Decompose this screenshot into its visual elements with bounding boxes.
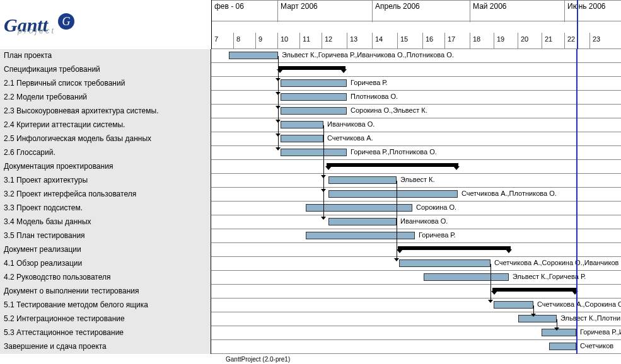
summary-bar[interactable] [327, 163, 458, 167]
task-row: 2.5 Инфологическая модель базы данныхСче… [0, 132, 621, 146]
task-bar[interactable] [328, 190, 458, 198]
task-bar[interactable] [229, 52, 278, 59]
chart-cell[interactable]: Сорокина О. [211, 202, 621, 215]
task-label[interactable]: 2.2 Модели требований [0, 91, 211, 105]
task-row: 4.1 Обзор реализацииСчетчикова А.,Сороки… [0, 257, 621, 271]
task-bar[interactable] [399, 259, 490, 267]
task-label[interactable]: 2.5 Инфологическая модель базы данных [0, 132, 211, 146]
week-cell: 19 [494, 33, 518, 49]
chart-cell[interactable]: Иванчикова О. [211, 215, 621, 229]
today-line [576, 49, 577, 354]
chart-cell[interactable]: Счетчикова А.,Плотникова О. [211, 188, 621, 202]
task-label[interactable]: 3.3 Проект подсистем. [0, 202, 211, 215]
chart-cell[interactable]: Горичева Р.,Плотникова О. [211, 146, 621, 160]
week-cell: 11 [300, 33, 322, 49]
task-bar[interactable] [424, 273, 509, 281]
task-label[interactable]: 2.6 Глоссарий. [0, 146, 211, 160]
task-assignee-label: Счетчикова А.,Сорокина О.,Иванчиков [494, 259, 618, 266]
gantt-chart[interactable]: План проектаЭльвест К.,Горичева Р.,Иванч… [0, 49, 621, 354]
footer-text: GanttProject (2.0-pre1) [224, 355, 291, 364]
task-assignee-label: Горичева Р.,Плотникова О. [351, 148, 437, 156]
summary-bar[interactable] [398, 246, 511, 250]
today-line [577, 0, 578, 49]
task-bar[interactable] [281, 93, 347, 101]
task-label[interactable]: 2.3 Высокоуровневая архитектура системы. [0, 105, 211, 118]
task-assignee-label: Горичева Р. [419, 231, 456, 239]
chart-cell[interactable]: Иванчикова О. [211, 118, 621, 132]
chart-cell[interactable]: Горичева Р. [211, 77, 621, 91]
month-cell: Март 2006 [278, 1, 373, 22]
task-bar[interactable] [281, 121, 323, 128]
month-cell: Июнь 2006 [565, 1, 621, 22]
chart-cell[interactable]: Счетчикова А.,Сорокина О.,Иванчиков [211, 257, 621, 271]
task-label[interactable]: 2.4 Критерии аттестации системы. [0, 118, 211, 132]
chart-cell[interactable]: Плотникова О. [211, 91, 621, 105]
app-logo: Gantt project G [0, 0, 211, 49]
chart-cell[interactable]: Сорокина О.,Эльвест К. [211, 105, 621, 118]
dependency-arrow-icon [531, 314, 536, 317]
chart-cell[interactable]: Счетчикова А. [211, 132, 621, 146]
week-cell: 8 [234, 33, 256, 49]
task-bar[interactable] [328, 218, 397, 225]
task-bar[interactable] [281, 135, 323, 142]
chart-cell[interactable]: Горичева Р.,Иванч [211, 326, 621, 340]
chart-cell[interactable]: Счетчикова А.,Сорокина О.,Ив [211, 299, 621, 312]
task-assignee-label: Эльвест К.,Горичева Р.,Иванчикова О.,Пло… [282, 51, 454, 59]
task-label[interactable]: Документ о выполнении тестирования [0, 285, 211, 299]
task-label[interactable]: 3.1 Проект архитектуры [0, 174, 211, 188]
task-bar[interactable] [281, 79, 347, 87]
task-label[interactable]: Спецификация требований [0, 63, 211, 77]
dependency-line [278, 56, 279, 147]
dependency-arrow-icon [554, 327, 559, 331]
dependency-line [490, 264, 491, 300]
task-bar[interactable] [281, 149, 347, 156]
task-label[interactable]: 5.3 Аттестационное тестирование [0, 326, 211, 340]
task-label[interactable]: Документация проектирования [0, 160, 211, 174]
month-row: фев - 06Март 2006Апрель 2006Май 2006Июнь… [212, 0, 621, 21]
task-assignee-label: Иванчикова О. [400, 217, 448, 225]
task-label[interactable]: 3.4 Модель базы данных [0, 215, 211, 229]
task-bar[interactable] [518, 315, 557, 322]
task-label[interactable]: Документ реализации [0, 243, 211, 257]
chart-cell[interactable] [211, 63, 621, 77]
chart-cell[interactable] [211, 243, 621, 257]
task-label[interactable]: 4.2 Руководство пользователя [0, 271, 211, 285]
week-row: 7891011121314151617181920212223 [212, 33, 621, 49]
task-assignee-label: Счетчикова А.,Сорокина О.,Ив [537, 300, 621, 308]
week-cell: 16 [423, 33, 445, 49]
chart-cell[interactable]: Счетчиков [211, 340, 621, 354]
task-label[interactable]: План проекта [0, 49, 211, 63]
task-bar[interactable] [306, 232, 415, 239]
task-assignee-label: Эльвест К.,Плотникова [560, 314, 621, 322]
task-label[interactable]: Завершение и сдача проекта [0, 340, 211, 354]
task-row: 4.2 Руководство пользователяЭльвест К.,Г… [0, 271, 621, 285]
dependency-arrow-icon [276, 147, 281, 151]
task-bar[interactable] [494, 301, 533, 309]
task-label[interactable]: 4.1 Обзор реализации [0, 257, 211, 271]
task-label[interactable]: 2.1 Первичный список требований [0, 77, 211, 91]
summary-bar[interactable] [278, 66, 345, 70]
chart-cell[interactable]: Эльвест К.,Горичева Р. [211, 271, 621, 285]
chart-cell[interactable] [211, 285, 621, 299]
task-label[interactable]: 3.5 План тестирования [0, 229, 211, 243]
chart-cell[interactable]: Эльвест К. [211, 174, 621, 188]
chart-cell[interactable]: Горичева Р. [211, 229, 621, 243]
task-label[interactable]: 3.2 Проект интерфейса пользователя [0, 188, 211, 202]
task-row: 3.1 Проект архитектурыЭльвест К. [0, 174, 621, 188]
dependency-line [397, 181, 397, 258]
task-bar[interactable] [328, 176, 397, 184]
month-cell: Май 2006 [470, 1, 565, 22]
chart-cell[interactable]: Эльвест К.,Горичева Р.,Иванчикова О.,Пло… [211, 49, 621, 63]
task-label[interactable]: 5.1 Тестирование методом белого ящика [0, 299, 211, 312]
chart-cell[interactable] [211, 160, 621, 174]
task-bar[interactable] [549, 343, 576, 350]
chart-cell[interactable]: Эльвест К.,Плотникова [211, 312, 621, 326]
month-cell: фев - 06 [212, 1, 278, 22]
week-cell: 18 [470, 33, 494, 49]
task-bar[interactable] [281, 107, 347, 115]
task-row: 5.3 Аттестационное тестированиеГоричева … [0, 326, 621, 340]
dependency-line [533, 305, 534, 314]
week-cell: 17 [445, 33, 470, 49]
task-label[interactable]: 5.2 Интеграционное тестирование [0, 312, 211, 326]
summary-bar[interactable] [492, 288, 577, 292]
